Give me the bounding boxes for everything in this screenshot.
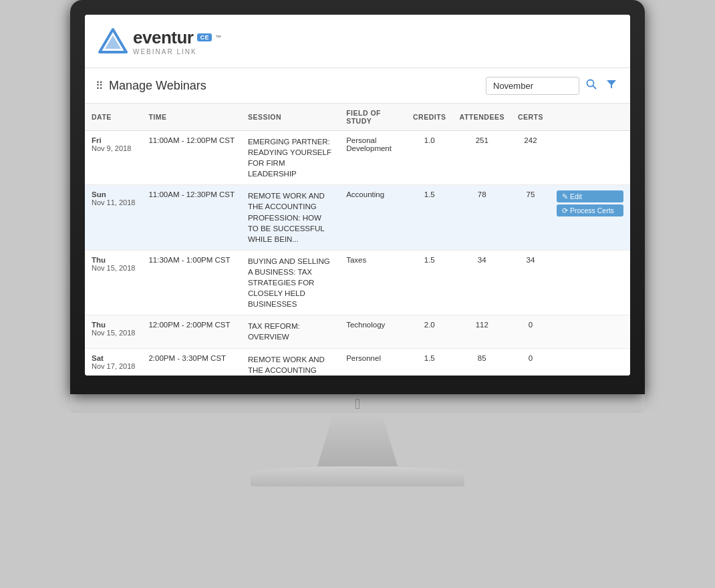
cell-attendees: 78 (453, 185, 511, 250)
col-date: DATE (85, 104, 142, 131)
logo-container: eventur CE ™ WEBINAR LINK (98, 27, 221, 56)
cell-field: Technology (339, 315, 406, 348)
col-session: SESSION (241, 104, 339, 131)
cell-field: Personnel (339, 348, 406, 376)
time-value: 11:00AM - 12:00PM CST (148, 136, 234, 144)
search-input[interactable] (486, 77, 579, 95)
cell-certs: 0 (511, 315, 550, 348)
cell-time: 11:00AM - 12:30PM CST (142, 185, 241, 250)
day-name: Thu (92, 321, 135, 329)
cell-session: REMOTE WORK AND THE ACCOUNTING PROFESSIO… (241, 185, 339, 250)
session-text: REMOTE WORK AND THE ACCOUNTING PROFESSIO… (248, 354, 333, 376)
webinars-table: DATE TIME SESSION FIELD OF STUDY CREDITS… (85, 104, 630, 376)
imac-screen-bezel: eventur CE ™ WEBINAR LINK ⠿ Manage Webin… (70, 0, 645, 394)
date-value: Nov 17, 2018 (92, 362, 135, 370)
table-row: Thu Nov 15, 2018 12:00PM - 2:00PM CST TA… (85, 315, 630, 348)
filter-button[interactable] (603, 76, 619, 95)
cell-attendees: 112 (453, 315, 511, 348)
table-row: Sat Nov 17, 2018 2:00PM - 3:30PM CST REM… (85, 348, 630, 376)
cell-actions (550, 131, 630, 185)
day-name: Thu (92, 256, 135, 264)
cell-date: Sun Nov 11, 2018 (85, 185, 142, 250)
app-content: ⠿ Manage Webinars (85, 68, 630, 376)
cell-attendees: 85 (453, 348, 511, 376)
imac-screen: eventur CE ™ WEBINAR LINK ⠿ Manage Webin… (85, 15, 630, 376)
cell-credits: 2.0 (406, 315, 453, 348)
session-text: EMERGING PARTNER: READYING YOURSELF FOR … (248, 136, 333, 179)
imac-stand-base (251, 466, 464, 486)
grid-icon: ⠿ (96, 80, 104, 92)
cell-actions: ✎ Edit ⟳ Process Certs (550, 185, 630, 250)
cell-certs: 34 (511, 250, 550, 315)
logo-main: eventur CE ™ (133, 27, 221, 48)
table-row: Sun Nov 11, 2018 11:00AM - 12:30PM CST R… (85, 185, 630, 250)
cell-session: REMOTE WORK AND THE ACCOUNTING PROFESSIO… (241, 348, 339, 376)
cell-session: EMERGING PARTNER: READYING YOURSELF FOR … (241, 131, 339, 185)
col-attendees: ATTENDEES (453, 104, 511, 131)
day-name: Fri (92, 136, 135, 144)
cell-time: 11:30AM - 1:00PM CST (142, 250, 241, 315)
cell-field: Personal Development (339, 131, 406, 185)
cell-time: 12:00PM - 2:00PM CST (142, 315, 241, 348)
day-name: Sun (92, 190, 135, 198)
time-value: 2:00PM - 3:30PM CST (148, 354, 226, 362)
action-buttons: ✎ Edit ⟳ Process Certs (557, 190, 623, 216)
cell-time: 2:00PM - 3:30PM CST (142, 348, 241, 376)
cell-certs: 75 (511, 185, 550, 250)
time-value: 12:00PM - 2:00PM CST (148, 321, 230, 329)
svg-line-3 (593, 86, 596, 89)
cell-attendees: 251 (453, 131, 511, 185)
cell-certs: 242 (511, 131, 550, 185)
time-value: 11:30AM - 1:00PM CST (148, 256, 230, 264)
logo-triangle-icon (98, 27, 128, 56)
date-value: Nov 9, 2018 (92, 144, 135, 152)
search-button[interactable] (583, 76, 599, 95)
cell-date: Fri Nov 9, 2018 (85, 131, 142, 185)
filter-icon (606, 79, 617, 90)
session-text: REMOTE WORK AND THE ACCOUNTING PROFESSIO… (248, 190, 333, 244)
cell-credits: 1.5 (406, 348, 453, 376)
logo-text-group: eventur CE ™ WEBINAR LINK (133, 27, 221, 55)
svg-marker-4 (607, 80, 616, 88)
date-value: Nov 15, 2018 (92, 329, 135, 337)
table-row: Fri Nov 9, 2018 11:00AM - 12:00PM CST EM… (85, 131, 630, 185)
cell-field: Taxes (339, 250, 406, 315)
cell-actions (550, 315, 630, 348)
day-name: Sat (92, 354, 135, 362)
cell-date: Sat Nov 17, 2018 (85, 348, 142, 376)
imac-outer: eventur CE ™ WEBINAR LINK ⠿ Manage Webin… (70, 0, 645, 588)
table-row: Thu Nov 15, 2018 11:30AM - 1:00PM CST BU… (85, 250, 630, 315)
cell-credits: 1.5 (406, 250, 453, 315)
logo-ce-badge: CE (197, 33, 212, 41)
manage-webinars-title: Manage Webinars (109, 79, 206, 93)
cell-certs: 0 (511, 348, 550, 376)
table-header: DATE TIME SESSION FIELD OF STUDY CREDITS… (85, 104, 630, 131)
cell-field: Accounting (339, 185, 406, 250)
apple-logo-icon:  (355, 396, 360, 413)
time-value: 11:00AM - 12:30PM CST (148, 190, 234, 198)
cell-credits: 1.0 (406, 131, 453, 185)
table-container: DATE TIME SESSION FIELD OF STUDY CREDITS… (85, 104, 630, 376)
cell-credits: 1.5 (406, 185, 453, 250)
edit-button[interactable]: ✎ Edit (557, 190, 623, 202)
imac-chin:  (70, 394, 645, 413)
cell-session: TAX REFORM: OVERVIEW (241, 315, 339, 348)
col-time: TIME (142, 104, 241, 131)
toolbar-right (486, 76, 619, 95)
imac-stand-neck (317, 413, 398, 466)
col-certs: CERTS (511, 104, 550, 131)
col-field: FIELD OF STUDY (339, 104, 406, 131)
toolbar-left: ⠿ Manage Webinars (96, 79, 206, 93)
cell-actions (550, 348, 630, 376)
col-credits: CREDITS (406, 104, 453, 131)
cell-session: BUYING AND SELLING A BUSINESS: TAX STRAT… (241, 250, 339, 315)
cell-time: 11:00AM - 12:00PM CST (142, 131, 241, 185)
cell-date: Thu Nov 15, 2018 (85, 315, 142, 348)
date-value: Nov 15, 2018 (92, 264, 135, 272)
process-certs-button[interactable]: ⟳ Process Certs (557, 204, 623, 216)
session-text: BUYING AND SELLING A BUSINESS: TAX STRAT… (248, 256, 333, 309)
cell-date: Thu Nov 15, 2018 (85, 250, 142, 315)
toolbar: ⠿ Manage Webinars (85, 68, 630, 104)
app-header: eventur CE ™ WEBINAR LINK (85, 15, 630, 68)
cell-attendees: 34 (453, 250, 511, 315)
